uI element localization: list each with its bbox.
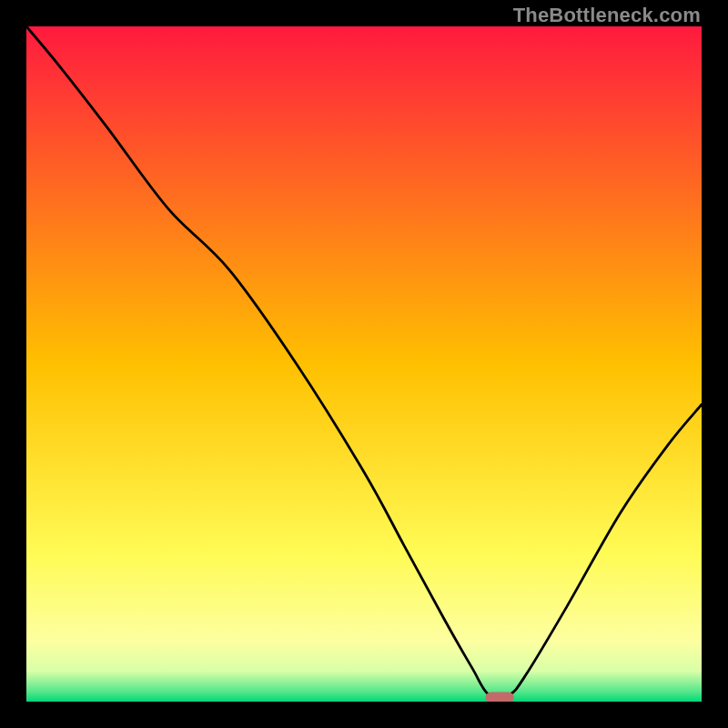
optimal-marker [486, 693, 514, 702]
watermark-text: TheBottleneck.com [513, 4, 701, 27]
chart-frame: TheBottleneck.com [0, 0, 728, 728]
bottleneck-chart [26, 26, 702, 702]
gradient-background [26, 26, 702, 702]
plot-area [26, 26, 702, 702]
